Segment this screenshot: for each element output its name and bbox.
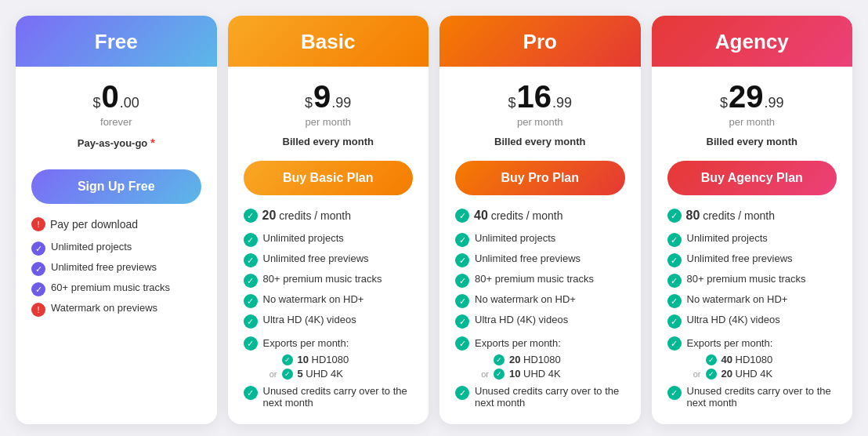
exports-label-text: Exports per month: xyxy=(475,337,561,349)
price-period: forever xyxy=(31,116,201,128)
export-dot-icon xyxy=(706,354,717,365)
credits-text: 80 credits / month xyxy=(686,209,776,223)
plan-body-pro: $16.99per monthBilled every monthBuy Pro… xyxy=(439,67,641,424)
price-whole: 16 xyxy=(516,79,552,114)
feature-list-free: ✓Unlimited projects✓Unlimited free previ… xyxy=(31,241,201,317)
export-option: or10 UHD 4K xyxy=(475,368,561,380)
cta-button-agency[interactable]: Buy Agency Plan xyxy=(667,161,837,195)
check-green-icon: ✓ xyxy=(667,233,682,247)
price-period: per month xyxy=(455,116,625,128)
feature-list-basic: ✓Unlimited projects✓Unlimited free previ… xyxy=(244,232,414,409)
exports-section-basic: ✓Exports per month:10 HD1080or5 UHD 4K xyxy=(244,336,414,380)
cta-button-pro[interactable]: Buy Pro Plan xyxy=(455,161,625,195)
exports-options: 20 HD1080or10 UHD 4K xyxy=(475,354,561,380)
unused-credits-text: Unused credits carry over to the next mo… xyxy=(687,385,837,409)
exports-wrapper: ✓Exports per month:20 HD1080or10 UHD 4K xyxy=(455,336,561,380)
credits-text: 40 credits / month xyxy=(474,209,563,223)
warn-icon: ! xyxy=(31,303,45,317)
price-cents: .00 xyxy=(120,95,139,111)
check-green-icon: ✓ xyxy=(667,386,682,400)
check-green-icon: ✓ xyxy=(455,314,469,329)
feature-item: ✓No watermark on HD+ xyxy=(455,293,625,308)
export-option: 20 HD1080 xyxy=(475,354,561,365)
feature-text: 80+ premium music tracks xyxy=(687,273,806,285)
exports-section-pro: ✓Exports per month:20 HD1080or10 UHD 4K xyxy=(455,336,625,380)
exports-wrapper: ✓Exports per month:10 HD1080or5 UHD 4K xyxy=(244,336,349,380)
plan-header-pro: Pro xyxy=(439,16,641,67)
price-cents: .99 xyxy=(552,95,572,111)
cta-button-basic[interactable]: Buy Basic Plan xyxy=(244,161,414,195)
price-dollar: $ xyxy=(720,95,728,111)
check-green-icon: ✓ xyxy=(455,233,469,247)
export-option: or5 UHD 4K xyxy=(263,368,349,380)
feature-item: ✓Unlimited free previews xyxy=(31,261,201,276)
feature-list-pro: ✓Unlimited projects✓Unlimited free previ… xyxy=(455,232,625,409)
plan-card-pro: Pro$16.99per monthBilled every monthBuy … xyxy=(439,16,641,424)
check-green-icon: ✓ xyxy=(667,314,682,329)
plan-title-pro: Pro xyxy=(455,30,625,54)
check-icon: ✓ xyxy=(31,282,45,296)
credits-row-pro: ✓40 credits / month xyxy=(455,208,625,223)
export-num: 20 HD1080 xyxy=(509,354,561,365)
price-line-agency: $29.99 xyxy=(667,79,837,114)
feature-text: Unlimited free previews xyxy=(263,253,369,264)
check-green-icon: ✓ xyxy=(455,294,469,308)
feature-item: ✓Ultra HD (4K) videos xyxy=(667,314,837,329)
exports-label-text: Exports per month: xyxy=(263,337,349,349)
price-section-basic: $9.99per month xyxy=(244,79,414,128)
cta-button-free[interactable]: Sign Up Free xyxy=(31,169,201,204)
plan-header-basic: Basic xyxy=(228,16,429,67)
feature-text: Unlimited projects xyxy=(475,232,555,244)
exports-section-agency: ✓Exports per month:40 HD1080or20 UHD 4K xyxy=(667,336,837,380)
exports-label: ✓Exports per month: xyxy=(244,336,349,351)
check-icon: ✓ xyxy=(31,262,45,276)
check-green-icon: ✓ xyxy=(244,294,258,308)
exports-wrapper: ✓Exports per month:40 HD1080or20 UHD 4K xyxy=(667,336,773,380)
check-green-icon: ✓ xyxy=(244,336,258,351)
check-green-icon: ✓ xyxy=(244,274,258,288)
check-green-icon: ✓ xyxy=(455,336,469,351)
credits-row-basic: ✓20 credits / month xyxy=(244,208,414,223)
price-dollar: $ xyxy=(305,95,313,111)
feature-item: ✓No watermark on HD+ xyxy=(667,293,837,308)
check-icon: ✓ xyxy=(31,242,45,256)
pricing-container: Free$0.00foreverPay-as-you-go *Sign Up F… xyxy=(16,16,852,424)
feature-text: Unlimited free previews xyxy=(687,253,793,264)
feature-item: ✓Ultra HD (4K) videos xyxy=(455,314,625,329)
export-option: 40 HD1080 xyxy=(687,354,773,365)
plan-card-free: Free$0.00foreverPay-as-you-go *Sign Up F… xyxy=(16,16,217,424)
price-whole: 0 xyxy=(102,79,119,114)
price-dollar: $ xyxy=(508,95,515,111)
or-text: or xyxy=(263,369,277,379)
unused-credits-feature: ✓Unused credits carry over to the next m… xyxy=(667,385,837,409)
feature-item: !Watermark on previews xyxy=(31,302,201,317)
plan-title-free: Free xyxy=(31,30,201,54)
plan-card-agency: Agency$29.99per monthBilled every monthB… xyxy=(652,16,853,424)
check-green-icon: ✓ xyxy=(455,386,469,400)
check-green-icon: ✓ xyxy=(667,274,682,288)
feature-text: No watermark on HD+ xyxy=(263,293,364,305)
warn-icon: ! xyxy=(31,217,45,231)
feature-text: No watermark on HD+ xyxy=(475,293,576,305)
price-whole: 29 xyxy=(729,79,764,114)
price-line-basic: $9.99 xyxy=(244,79,414,114)
export-option: or20 UHD 4K xyxy=(687,368,773,380)
exports-options: 40 HD1080or20 UHD 4K xyxy=(687,354,773,380)
price-cents: .99 xyxy=(331,95,351,111)
export-num: 10 UHD 4K xyxy=(509,368,561,380)
price-section-pro: $16.99per month xyxy=(455,79,625,128)
plan-body-agency: $29.99per monthBilled every monthBuy Age… xyxy=(652,67,853,424)
feature-item: ✓80+ premium music tracks xyxy=(244,273,414,288)
billing-info-pro: Billed every month xyxy=(455,136,625,150)
check-green-icon: ✓ xyxy=(244,253,258,267)
unused-credits-feature: ✓Unused credits carry over to the next m… xyxy=(244,385,414,409)
plan-card-basic: Basic$9.99per monthBilled every monthBuy… xyxy=(228,16,429,424)
unused-credits-text: Unused credits carry over to the next mo… xyxy=(475,385,625,409)
feature-text: Unlimited projects xyxy=(263,232,344,244)
feature-text: Watermark on previews xyxy=(51,302,157,314)
special-feature-free: !Pay per download xyxy=(31,216,201,231)
feature-item: ✓Unlimited projects xyxy=(667,232,837,247)
export-option: 10 HD1080 xyxy=(263,354,349,365)
price-section-free: $0.00forever xyxy=(31,79,201,128)
check-green-icon: ✓ xyxy=(244,386,258,400)
